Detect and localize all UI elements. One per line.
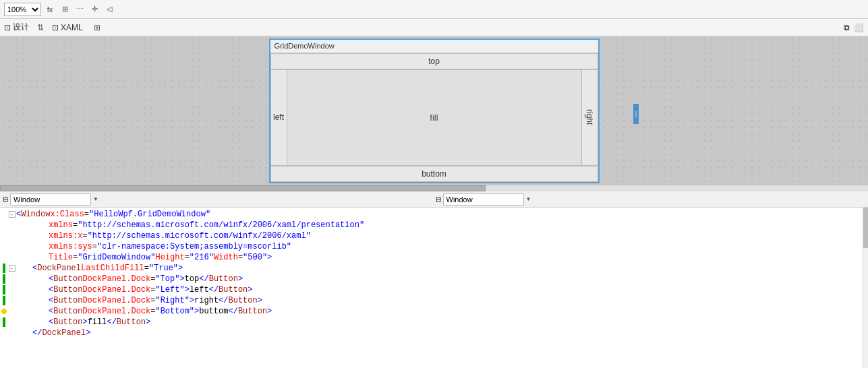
preview-bottom-button[interactable]: buttom: [270, 166, 598, 182]
formula-icon[interactable]: fx: [44, 3, 56, 16]
canvas-scrollbar[interactable]: [0, 185, 868, 191]
code-line-5: Title="GridDemoWindow" Height="216" Widt…: [16, 252, 865, 263]
code-editor[interactable]: - - <Window x:Class="HelloWpf.GridDemoWi…: [0, 208, 868, 368]
xaml-label: XAML: [61, 23, 83, 32]
margin-item: [0, 274, 8, 284]
code-line-6: <DockPanel LastChildFill="True" >: [16, 263, 865, 274]
margin-item: [0, 252, 8, 263]
margin-item: [0, 263, 8, 274]
preview-middle-row: left fill right: [270, 69, 598, 166]
margin-item: [0, 317, 8, 328]
preview-window: GridDemoWindow top left fill right butto…: [269, 38, 600, 183]
code-line-9: <Button DockPanel.Dock="Right" >right</B…: [16, 295, 865, 306]
design-canvas: | GridDemoWindow top left fill right: [0, 36, 868, 185]
window-dropdown-left[interactable]: Window: [10, 193, 91, 206]
window-icon-right: ⊟: [436, 195, 441, 203]
split-icon[interactable]: ⧉: [844, 23, 850, 32]
code-line-3: xmlns:x="http://schemas.microsoft.com/wi…: [16, 231, 865, 241]
preview-left-button[interactable]: left: [270, 69, 287, 166]
code-line-4: xmlns:sys="clr-namespace:System;assembly…: [16, 241, 865, 252]
design-icon: ⊡: [4, 23, 11, 32]
right-scrollbar[interactable]: [863, 208, 868, 368]
code-content[interactable]: <Window x:Class="HelloWpf.GridDemoWindow…: [13, 208, 868, 368]
margin-item: [0, 284, 8, 295]
mode-bar: ⊡ 设计 ⇅ ⊡ XAML ⊞ ⧉ ⬜: [0, 19, 868, 36]
code-line-11: <Button >fill</Button>: [16, 317, 865, 328]
margin-item: [0, 231, 8, 241]
xaml-mode-button[interactable]: ⊡ XAML: [52, 23, 83, 32]
window-dropdown-right[interactable]: Window: [443, 193, 524, 206]
preview-title: GridDemoWindow: [274, 42, 335, 50]
margin-item: [0, 241, 8, 252]
crosshair-icon[interactable]: ✛: [88, 3, 100, 16]
window-selector-right: ⊟ Window ▼: [436, 193, 866, 206]
right-scrollbar-thumb[interactable]: [863, 208, 868, 248]
arrow-left-icon[interactable]: ◁: [103, 3, 115, 16]
code-line-10: <Button DockPanel.Dock="Bottom" >buttom<…: [16, 306, 865, 317]
zoom-select[interactable]: 100%: [4, 3, 41, 16]
grid-icon[interactable]: ⊞: [59, 3, 71, 16]
gutter-markers: - -: [8, 208, 13, 368]
split-area: ⊟ Window ▼ ⊟ Window ▼: [0, 191, 868, 368]
margin-item: [0, 306, 8, 317]
left-margin: [0, 208, 8, 368]
window-selector-bar: ⊟ Window ▼ ⊟ Window ▼: [0, 191, 868, 208]
margin-item: [0, 209, 8, 220]
swap-icon[interactable]: ⇅: [37, 23, 44, 32]
margin-item: [0, 220, 8, 231]
window-dropdown-arrow-right: ▼: [526, 196, 531, 202]
dots-icon[interactable]: ⋯: [74, 3, 86, 16]
expand-icon[interactable]: ⬜: [854, 23, 864, 32]
preview-titlebar: GridDemoWindow: [270, 40, 598, 53]
code-line-12: </DockPanel>: [16, 328, 865, 338]
margin-item: [0, 295, 8, 306]
window-icon-left: ⊟: [3, 195, 8, 203]
code-line-2: xmlns="http://schemas.microsoft.com/winf…: [16, 220, 865, 231]
code-line-8: <Button DockPanel.Dock="Left" >left</But…: [16, 284, 865, 295]
preview-right-button[interactable]: right: [582, 69, 598, 166]
window-dropdown-arrow-left: ▼: [93, 196, 98, 202]
window-selector-left: ⊟ Window ▼: [3, 193, 433, 206]
preview-top-button[interactable]: top: [270, 53, 598, 69]
margin-item: [0, 328, 8, 338]
preview-content: top left fill right buttom: [270, 53, 598, 182]
design-label: 设计: [13, 22, 29, 33]
toolbar: 100% fx ⊞ ⋯ ✛ ◁: [0, 0, 868, 19]
xaml-icon: ⊡: [52, 23, 59, 32]
preview-fill-button[interactable]: fill: [287, 69, 582, 166]
code-line-7: <Button DockPanel.Dock="Top" >top</Butto…: [16, 274, 865, 284]
canvas-scrollbar-thumb[interactable]: [0, 185, 486, 191]
design-mode-button[interactable]: ⊡ 设计: [4, 22, 29, 33]
code-line-1: <Window x:Class="HelloWpf.GridDemoWindow…: [16, 209, 865, 220]
layout-icon[interactable]: ⊞: [94, 23, 100, 32]
selection-handle[interactable]: |: [633, 104, 639, 124]
